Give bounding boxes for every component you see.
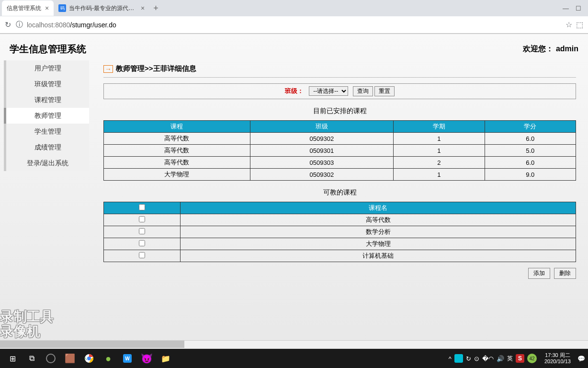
table-cell: 0509303 [250, 157, 394, 169]
table-cell: 6.0 [485, 133, 576, 145]
table-row: 大学物理 [104, 238, 576, 250]
table-row: 高等代数050930115.0 [104, 145, 576, 157]
current-user: admin [556, 45, 578, 53]
table-cell: 高等代数 [104, 157, 250, 169]
scheduled-title: 目前已安排的课程 [103, 107, 576, 115]
table-cell: 1 [394, 145, 485, 157]
col-checkbox [104, 202, 181, 214]
teachable-title: 可教的课程 [103, 188, 576, 197]
sidebar: 用户管理 班级管理 课程管理 教师管理 学生管理 成绩管理 登录/退出系统 [4, 60, 89, 279]
checkbox-cell [104, 238, 181, 250]
window-controls: — ☐ [563, 5, 586, 12]
action-bar: 添加 删除 [103, 268, 576, 279]
table-cell: 0509302 [250, 169, 394, 181]
sidebar-item-class[interactable]: 班级管理 [4, 76, 89, 92]
class-select[interactable]: --请选择-- [309, 86, 348, 96]
row-checkbox[interactable] [139, 228, 145, 234]
table-cell: 9.0 [485, 169, 576, 181]
app-icon[interactable]: ● [99, 349, 118, 349]
table-cell: 0509302 [250, 133, 394, 145]
delete-button[interactable]: 删除 [554, 268, 576, 279]
table-cell: 0509301 [250, 145, 394, 157]
table-cell: 5.0 [485, 145, 576, 157]
course-name-cell: 计算机基础 [181, 250, 576, 262]
teachable-table: 课程名 高等代数数学分析大学物理计算机基础 [103, 202, 576, 262]
table-cell: 2 [394, 157, 485, 169]
table-row: 高等代数050930326.0 [104, 157, 576, 169]
checkbox-cell [104, 226, 181, 238]
browser-chrome: 信息管理系统 × 码 当牛作码-最专业的源代码分享网 × + — ☐ ↻ ⓘ l… [0, 0, 588, 34]
breadcrumb: → 教师管理>>王菲详细信息 [103, 60, 576, 78]
scroll-thumb[interactable] [0, 341, 184, 348]
extension-icon[interactable]: ⬚ [576, 20, 583, 29]
maximize-icon[interactable]: ☐ [576, 5, 581, 12]
browser-tab-active[interactable]: 信息管理系统 × [2, 0, 54, 16]
sidebar-item-user[interactable]: 用户管理 [4, 60, 89, 76]
filter-panel: 班级： --请选择-- 查询 重置 [103, 83, 576, 99]
new-tab-button[interactable]: + [149, 3, 162, 13]
course-name-cell: 高等代数 [181, 214, 576, 226]
col-class: 班级 [250, 121, 394, 133]
scheduled-table: 课程 班级 学期 学分 高等代数050930216.0高等代数050930115… [103, 120, 576, 181]
course-name-cell: 大学物理 [181, 238, 576, 250]
url-text: localhost:8080/stumgr/user.do [27, 21, 562, 29]
sidebar-item-teacher[interactable]: 教师管理 [4, 108, 89, 124]
col-credit: 学分 [485, 121, 576, 133]
app-header: 学生信息管理系统 欢迎您： admin [0, 34, 588, 60]
arrow-right-icon: → [103, 65, 113, 73]
favicon-icon: 码 [58, 4, 66, 12]
col-term: 学期 [394, 121, 485, 133]
app-icon[interactable]: 😈 [137, 349, 156, 349]
explorer-icon[interactable]: 📁 [156, 349, 175, 349]
tab-title: 信息管理系统 [7, 4, 41, 12]
course-name-cell: 数学分析 [181, 226, 576, 238]
row-checkbox[interactable] [139, 240, 145, 246]
col-course: 课程 [104, 121, 250, 133]
reset-button[interactable]: 重置 [374, 86, 395, 96]
close-icon[interactable]: × [141, 4, 145, 12]
app-container: 学生信息管理系统 欢迎您： admin 用户管理 班级管理 课程管理 教师管理 … [0, 34, 588, 349]
tab-bar: 信息管理系统 × 码 当牛作码-最专业的源代码分享网 × + — ☐ [0, 0, 588, 16]
close-icon[interactable]: × [45, 4, 49, 12]
wps-icon[interactable]: W [118, 349, 137, 349]
task-view-icon[interactable]: ⧉ [22, 349, 41, 349]
welcome-text: 欢迎您： admin [523, 44, 578, 54]
sidebar-item-course[interactable]: 课程管理 [4, 92, 89, 108]
main-content: → 教师管理>>王菲详细信息 班级： --请选择-- 查询 重置 目前已安排的课… [103, 60, 588, 279]
sidebar-item-logout[interactable]: 登录/退出系统 [4, 155, 89, 171]
table-cell: 1 [394, 169, 485, 181]
table-cell: 1 [394, 133, 485, 145]
minimize-icon[interactable]: — [563, 5, 569, 12]
table-row: 高等代数050930216.0 [104, 133, 576, 145]
table-cell: 高等代数 [104, 133, 250, 145]
horizontal-scrollbar[interactable] [0, 340, 588, 348]
row-checkbox[interactable] [139, 216, 145, 222]
sidebar-item-student[interactable]: 学生管理 [4, 124, 89, 139]
app-icon[interactable]: 🟫 [60, 349, 79, 349]
table-row: 大学物理050930219.0 [104, 169, 576, 181]
select-all-checkbox[interactable] [139, 204, 145, 210]
checkbox-cell [104, 250, 181, 262]
table-cell: 高等代数 [104, 145, 250, 157]
col-course-name: 课程名 [181, 202, 576, 214]
address-bar: ↻ ⓘ localhost:8080/stumgr/user.do ☆ ⬚ [0, 16, 588, 34]
info-icon[interactable]: ⓘ [16, 20, 23, 29]
filter-label: 班级： [285, 87, 304, 94]
browser-tab[interactable]: 码 当牛作码-最专业的源代码分享网 × [54, 0, 149, 16]
sidebar-item-grade[interactable]: 成绩管理 [4, 139, 89, 155]
url-container[interactable]: ⓘ localhost:8080/stumgr/user.do ☆ ⬚ [16, 20, 583, 29]
checkbox-cell [104, 214, 181, 226]
bookmark-star-icon[interactable]: ☆ [565, 20, 572, 29]
table-cell: 大学物理 [104, 169, 250, 181]
row-checkbox[interactable] [139, 252, 145, 258]
reload-icon[interactable]: ↻ [5, 20, 11, 29]
add-button[interactable]: 添加 [528, 268, 550, 279]
taskbar: ⊞ ⧉ 🟫 ● W 😈 📁 ^ ↻ ⊙ �◠ 🔊 英 S 42 17:30 周二… [0, 349, 588, 349]
start-button[interactable]: ⊞ [3, 349, 22, 349]
table-row: 计算机基础 [104, 250, 576, 262]
chrome-icon[interactable] [79, 349, 99, 349]
query-button[interactable]: 查询 [353, 86, 373, 96]
search-icon[interactable] [41, 349, 60, 349]
table-cell: 6.0 [485, 157, 576, 169]
table-row: 高等代数 [104, 214, 576, 226]
